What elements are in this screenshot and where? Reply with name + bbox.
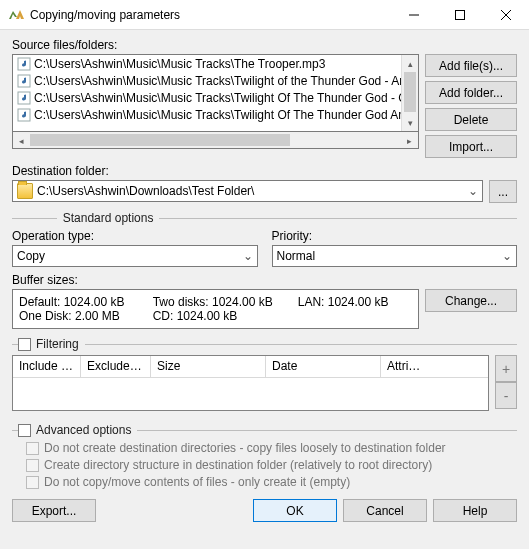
import-button[interactable]: Import... — [425, 135, 517, 158]
list-item-path: C:\Users\Ashwin\Music\Music Tracks\The T… — [34, 57, 325, 71]
list-item-path: C:\Users\Ashwin\Music\Music Tracks\Twili… — [34, 74, 401, 88]
delete-button[interactable]: Delete — [425, 108, 517, 131]
col-include[interactable]: Include … — [13, 356, 81, 378]
horizontal-scrollbar[interactable]: ◂ ▸ — [12, 132, 419, 149]
source-files-list[interactable]: C:\Users\Ashwin\Music\Music Tracks\The T… — [12, 54, 419, 132]
list-item-path: C:\Users\Ashwin\Music\Music Tracks\Twili… — [34, 91, 401, 105]
buffer-two-disks: Two disks: 1024.00 kB — [153, 295, 290, 309]
operation-type-select[interactable]: Copy ⌄ — [12, 245, 258, 267]
operation-type-label: Operation type: — [12, 229, 258, 243]
col-exclude[interactable]: Exclude … — [81, 356, 151, 378]
buffer-cd: CD: 1024.00 kB — [153, 309, 290, 323]
buffer-sizes-label: Buffer sizes: — [12, 273, 517, 287]
help-button[interactable]: Help — [433, 499, 517, 522]
col-size[interactable]: Size — [151, 356, 266, 378]
advanced-options-group: Advanced options — [12, 423, 517, 437]
minimize-button[interactable] — [391, 0, 437, 30]
destination-combo[interactable]: C:\Users\Ashwin\Downloads\Test Folder\ ⌄ — [12, 180, 483, 202]
destination-path: C:\Users\Ashwin\Downloads\Test Folder\ — [37, 184, 254, 198]
svg-rect-1 — [456, 10, 465, 19]
filtering-checkbox[interactable] — [18, 338, 31, 351]
export-button[interactable]: Export... — [12, 499, 96, 522]
destination-label: Destination folder: — [12, 164, 517, 178]
music-file-icon — [17, 57, 31, 71]
add-filter-button[interactable]: + — [495, 355, 517, 382]
list-item[interactable]: C:\Users\Ashwin\Music\Music Tracks\Twili… — [13, 106, 401, 123]
standard-options-group: Standard options — [12, 211, 517, 225]
priority-select[interactable]: Normal ⌄ — [272, 245, 518, 267]
remove-filter-button[interactable]: - — [495, 382, 517, 409]
music-file-icon — [17, 74, 31, 88]
chevron-down-icon[interactable]: ⌄ — [239, 246, 257, 266]
buffer-lan: LAN: 1024.00 kB — [298, 295, 412, 309]
list-item[interactable]: C:\Users\Ashwin\Music\Music Tracks\Twili… — [13, 89, 401, 106]
checkbox-disabled — [26, 442, 39, 455]
filter-table[interactable]: Include … Exclude … Size Date Attri… — [12, 355, 489, 411]
vertical-scrollbar[interactable]: ▴ ▾ — [401, 55, 418, 131]
cancel-button[interactable]: Cancel — [343, 499, 427, 522]
ok-button[interactable]: OK — [253, 499, 337, 522]
advanced-opt-3: Do not copy/move contents of files - onl… — [26, 475, 517, 489]
music-file-icon — [17, 108, 31, 122]
buffer-default: Default: 1024.00 kB — [19, 295, 145, 309]
source-label: Source files/folders: — [12, 38, 517, 52]
list-item[interactable]: C:\Users\Ashwin\Music\Music Tracks\Twili… — [13, 72, 401, 89]
buffer-sizes-box: Default: 1024.00 kB Two disks: 1024.00 k… — [12, 289, 419, 329]
add-folder-button[interactable]: Add folder... — [425, 81, 517, 104]
advanced-opt-2: Create directory structure in destinatio… — [26, 458, 517, 472]
folder-icon — [17, 183, 33, 199]
app-icon — [8, 7, 24, 23]
advanced-opt-1: Do not create destination directories - … — [26, 441, 517, 455]
chevron-down-icon[interactable]: ⌄ — [464, 181, 482, 201]
filter-header: Include … Exclude … Size Date Attri… — [13, 356, 488, 378]
window-title: Copying/moving parameters — [30, 8, 391, 22]
scroll-down-icon[interactable]: ▾ — [402, 114, 419, 131]
close-button[interactable] — [483, 0, 529, 30]
buffer-one-disk: One Disk: 2.00 MB — [19, 309, 145, 323]
title-bar: Copying/moving parameters — [0, 0, 529, 30]
scroll-left-icon[interactable]: ◂ — [13, 132, 30, 149]
priority-label: Priority: — [272, 229, 518, 243]
filtering-group: Filtering — [12, 337, 517, 351]
maximize-button[interactable] — [437, 0, 483, 30]
music-file-icon — [17, 91, 31, 105]
col-attr[interactable]: Attri… — [381, 356, 488, 378]
scroll-right-icon[interactable]: ▸ — [401, 132, 418, 149]
scroll-thumb[interactable] — [404, 72, 416, 112]
add-files-button[interactable]: Add file(s)... — [425, 54, 517, 77]
change-buffer-button[interactable]: Change... — [425, 289, 517, 312]
scroll-up-icon[interactable]: ▴ — [402, 55, 419, 72]
checkbox-disabled — [26, 459, 39, 472]
list-item-path: C:\Users\Ashwin\Music\Music Tracks\Twili… — [34, 108, 401, 122]
browse-destination-button[interactable]: ... — [489, 180, 517, 203]
advanced-checkbox[interactable] — [18, 424, 31, 437]
scroll-thumb[interactable] — [30, 134, 290, 146]
list-item[interactable]: C:\Users\Ashwin\Music\Music Tracks\The T… — [13, 55, 401, 72]
checkbox-disabled — [26, 476, 39, 489]
chevron-down-icon[interactable]: ⌄ — [498, 246, 516, 266]
col-date[interactable]: Date — [266, 356, 381, 378]
filter-body[interactable] — [13, 378, 488, 410]
